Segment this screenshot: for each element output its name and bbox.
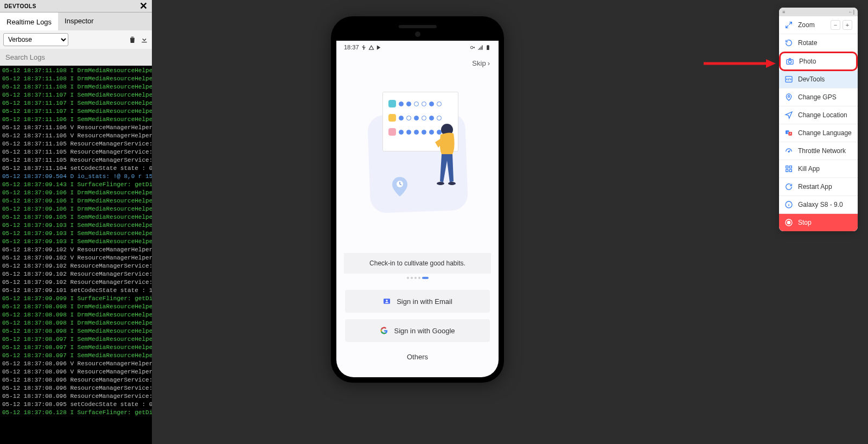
signin-email-button[interactable]: Sign in with Email — [345, 290, 490, 313]
change-location-label: Change Location — [798, 111, 847, 119]
language-icon: 文A — [784, 129, 793, 137]
drag-handle-icon[interactable]: ≡ — [782, 9, 785, 15]
battery-icon — [485, 45, 491, 50]
tab-realtime-logs[interactable]: Realtime Logs — [0, 12, 58, 30]
devtools-panel: DEVTOOLS ✕ Realtime Logs Inspector Verbo… — [0, 0, 152, 444]
rotate-button[interactable]: Rotate — [779, 34, 858, 52]
stop-button[interactable]: Stop — [779, 214, 858, 231]
gps-pin-icon — [784, 93, 793, 102]
signin-google-label: Sign in with Google — [394, 327, 455, 335]
svg-rect-21 — [789, 169, 792, 172]
zoom-out-button[interactable]: − — [831, 20, 840, 30]
change-language-label: Change Language — [798, 129, 852, 137]
svg-point-10 — [788, 60, 791, 63]
grid-icon — [784, 164, 793, 173]
others-link[interactable]: Others — [336, 345, 499, 377]
speedometer-icon — [784, 147, 793, 155]
tab-inspector[interactable]: Inspector — [58, 12, 100, 30]
svg-point-3 — [448, 182, 456, 185]
info-icon — [784, 200, 793, 209]
phone-frame: 18:37 Skip › — [331, 16, 504, 383]
rotate-icon — [784, 39, 793, 47]
skip-row: Skip › — [336, 54, 499, 73]
change-gps-button[interactable]: Change GPS — [779, 88, 858, 106]
collapse-icon[interactable]: ←| — [848, 9, 854, 15]
status-time: 18:37 — [344, 44, 359, 50]
devtools-tabs: Realtime Logs Inspector — [0, 12, 152, 30]
location-pin-icon — [391, 176, 409, 198]
svg-point-17 — [788, 151, 789, 152]
throttle-network-label: Throttle Network — [798, 147, 846, 155]
devtools-icon — [784, 75, 793, 84]
svg-marker-8 — [766, 59, 776, 68]
search-input[interactable] — [2, 51, 150, 64]
status-bar: 18:37 — [336, 41, 499, 54]
restart-app-label: Restart App — [798, 183, 832, 191]
phone-screen: 18:37 Skip › — [336, 41, 499, 377]
change-language-button[interactable]: 文A Change Language — [779, 124, 858, 142]
email-icon — [382, 297, 391, 306]
page-indicator — [336, 274, 499, 287]
zoom-in-button[interactable]: + — [843, 20, 852, 30]
photo-button[interactable]: Photo — [779, 52, 858, 71]
status-left: 18:37 — [344, 44, 382, 50]
svg-point-0 — [470, 46, 473, 49]
vpn-icon — [470, 45, 476, 50]
onboarding-illustration — [336, 73, 499, 253]
photo-label: Photo — [799, 58, 816, 65]
stop-label: Stop — [798, 219, 812, 226]
svg-point-24 — [787, 221, 790, 224]
device-info-button[interactable]: Galaxy S8 - 9.0 — [779, 196, 858, 214]
svg-rect-20 — [786, 169, 788, 172]
svg-point-2 — [437, 182, 444, 185]
play-store-icon — [376, 45, 382, 50]
svg-text:文: 文 — [787, 131, 789, 134]
download-icon[interactable] — [140, 35, 149, 44]
control-panel: ≡ ←| Zoom − + Rotate Photo DevTools Chan… — [779, 8, 858, 231]
warning-icon — [368, 45, 374, 50]
zoom-label: Zoom — [798, 21, 815, 29]
person-illustration — [431, 122, 461, 187]
phone-camera — [415, 31, 420, 37]
devtools-label: DevTools — [798, 75, 825, 83]
navigate-icon — [784, 111, 793, 119]
kill-app-button[interactable]: Kill App — [779, 160, 858, 178]
status-right — [470, 45, 491, 50]
svg-point-6 — [386, 300, 388, 301]
throttle-network-button[interactable]: Throttle Network — [779, 142, 858, 160]
log-level-select[interactable]: Verbose — [3, 33, 68, 46]
devtools-title: DEVTOOLS — [4, 3, 36, 9]
camera-icon — [786, 57, 794, 66]
annotation-arrow — [704, 58, 776, 69]
skip-button[interactable]: Skip › — [472, 59, 490, 67]
onboarding-caption: Check-in to cultivate good habits. — [344, 253, 491, 274]
devtools-button[interactable]: DevTools — [779, 71, 858, 88]
svg-rect-19 — [789, 166, 792, 168]
log-search — [0, 49, 152, 66]
google-icon — [380, 326, 388, 335]
signal-icon — [477, 45, 483, 50]
change-gps-label: Change GPS — [798, 93, 837, 101]
close-icon[interactable]: ✕ — [139, 1, 148, 11]
phone-speaker — [399, 25, 437, 28]
panel-titlebar[interactable]: ≡ ←| — [779, 8, 858, 16]
device-info-label: Galaxy S8 - 9.0 — [798, 201, 843, 208]
trash-icon[interactable] — [128, 35, 137, 44]
svg-rect-18 — [786, 166, 788, 168]
stop-record-icon — [784, 218, 793, 227]
log-output[interactable]: 05-12 18:37:11.108 I DrmMediaResourceHel… — [0, 66, 152, 444]
chevron-right-icon: › — [488, 59, 490, 67]
signin-email-label: Sign in with Email — [397, 297, 452, 306]
usb-icon — [361, 45, 367, 50]
devtools-toolbar: Verbose — [0, 30, 152, 49]
rotate-label: Rotate — [798, 39, 817, 47]
svg-text:A: A — [789, 132, 792, 135]
restart-app-button[interactable]: Restart App — [779, 178, 858, 196]
skip-label: Skip — [472, 59, 486, 67]
kill-app-label: Kill App — [798, 165, 820, 173]
zoom-control: Zoom − + — [779, 16, 858, 34]
signin-google-button[interactable]: Sign in with Google — [345, 319, 490, 342]
restart-icon — [784, 182, 793, 191]
devtools-header: DEVTOOLS ✕ — [0, 0, 152, 12]
change-location-button[interactable]: Change Location — [779, 106, 858, 124]
